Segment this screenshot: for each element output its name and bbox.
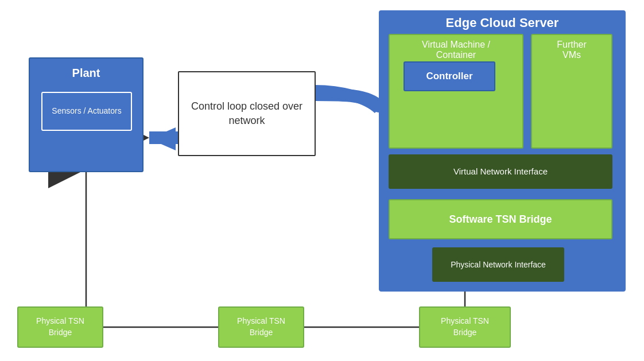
- virtual-network-interface-label: Virtual Network Interface: [453, 166, 548, 177]
- edge-cloud-server: Edge Cloud Server Virtual Machine /Conta…: [379, 10, 626, 292]
- diagram-container: Plant Sensors / Actuators Control loop c…: [0, 0, 644, 361]
- vm-container: Virtual Machine /Container Controller: [389, 34, 523, 149]
- vm-container-title: Virtual Machine /Container: [390, 35, 522, 63]
- physical-network-interface-label: Physical Network Interface: [451, 259, 546, 270]
- controller-label: Controller: [426, 71, 472, 82]
- physical-tsn-bridge-1: Physical TSNBridge: [17, 306, 103, 348]
- physical-tsn-bridge-3-label: Physical TSNBridge: [441, 316, 489, 338]
- physical-tsn-bridge-3: Physical TSNBridge: [419, 306, 511, 348]
- sensors-box: Sensors / Actuators: [41, 92, 132, 131]
- control-loop-label: Control loop closed over network: [179, 99, 315, 128]
- software-tsn-bridge-label: Software TSN Bridge: [449, 214, 552, 226]
- svg-marker-3: [149, 127, 176, 150]
- further-vms-box: FurtherVMs: [531, 34, 612, 149]
- further-vms-title: FurtherVMs: [532, 35, 611, 63]
- edge-cloud-title: Edge Cloud Server: [381, 12, 624, 35]
- physical-tsn-bridge-2: Physical TSNBridge: [218, 306, 304, 348]
- virtual-network-interface-box: Virtual Network Interface: [389, 154, 612, 189]
- physical-network-interface-box: Physical Network Interface: [432, 247, 564, 282]
- plant-title: Plant: [30, 59, 142, 84]
- physical-tsn-bridge-1-label: Physical TSNBridge: [36, 316, 84, 338]
- controller-box: Controller: [404, 61, 495, 91]
- control-loop-box: Control loop closed over network: [178, 71, 316, 156]
- plant-box: Plant Sensors / Actuators: [29, 57, 143, 172]
- physical-tsn-bridge-2-label: Physical TSNBridge: [237, 316, 285, 338]
- software-tsn-bridge-box: Software TSN Bridge: [389, 199, 612, 239]
- sensors-label: Sensors / Actuators: [52, 106, 121, 117]
